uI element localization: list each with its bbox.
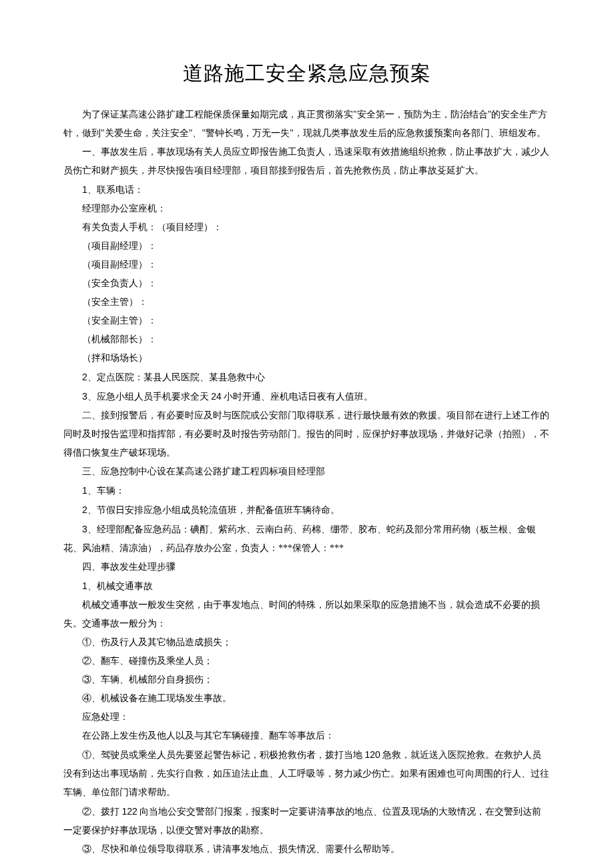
num-3: 3 (82, 391, 87, 402)
classification-1: ①、伤及行人及其它物品造成损失； (63, 633, 551, 652)
s4-item-1-text: 、机械交通事故 (87, 581, 153, 591)
classification-4: ④、机械设备在施工现场发生事故。 (63, 689, 551, 708)
section-3-item-2: 2、节假日安排应急小组成员轮流值班，并配备值班车辆待命。 (63, 500, 551, 520)
section-4-item-1: 1、机械交通事故 (63, 576, 551, 596)
contact-deputy-1: （项目副经理）： (63, 237, 551, 256)
contact-office: 经理部办公室座机： (63, 199, 551, 218)
response-heading: 应急处理： (63, 708, 551, 727)
num-s3-2: 2 (82, 504, 87, 515)
response-intro: 在公路上发生伤及他人以及与其它车辆碰撞、翻车等事故后： (63, 727, 551, 745)
num-24: 24 (211, 391, 222, 402)
section-1-item-2: 2、定点医院：某县人民医院、某县急救中心 (63, 368, 551, 387)
num-122: 122 (122, 806, 137, 817)
section-3-heading: 三、应急控制中心设在某高速公路扩建工程四标项目经理部 (63, 462, 551, 481)
r2-a: ②、拨打 (82, 807, 122, 817)
contact-mix-head: （拌和场场长） (63, 349, 551, 368)
item-2-text: 、定点医院：某县人民医院、某县急救中心 (87, 372, 265, 382)
classification-2: ②、翻车、碰撞伤及乘坐人员； (63, 652, 551, 671)
section-1-item-3: 3、应急小组人员手机要求全天 24 小时开通、座机电话日夜有人值班。 (63, 387, 551, 406)
section-3-item-3: 3、经理部配备应急药品：碘酊、紫药水、云南白药、药棉、绷带、胶布、蛇药及部分常用… (63, 520, 551, 558)
contact-safety-lead: （安全负责人）： (63, 274, 551, 293)
section-1-heading: 一、事故发生后，事故现场有关人员应立即报告施工负责人，迅速采取有效措施组织抢救，… (63, 143, 551, 180)
section-2: 二、接到报警后，有必要时应及时与医院或公安部门取得联系，进行最快最有效的救援。项… (63, 406, 551, 462)
section-4-desc: 机械交通事故一般发生突然，由于事发地点、时间的特殊，所以如果采取的应急措施不当，… (63, 596, 551, 633)
num-1: 1 (82, 184, 87, 195)
num-s4-1: 1 (82, 580, 87, 591)
section-4-heading: 四、事故发生处理步骤 (63, 558, 551, 576)
contact-deputy-2: （项目副经理）： (63, 256, 551, 274)
num-s3-1: 1 (82, 485, 87, 496)
num-120: 120 (365, 749, 380, 760)
num-2: 2 (82, 372, 87, 382)
s3-item-3-text: 、经理部配备应急药品：碘酊、紫药水、云南白药、药棉、绷带、胶布、蛇药及部分常用药… (63, 524, 536, 553)
r1-a: ①、驾驶员或乘坐人员先要竖起警告标记，积极抢救伤者，拨打当地 (82, 750, 365, 760)
s3-item-2-text: 、节假日安排应急小组成员轮流值班，并配备值班车辆待命。 (87, 505, 340, 515)
item-3-text-a: 、应急小组人员手机要求全天 (87, 392, 212, 402)
page-title: 道路施工安全紧急应急预案 (63, 53, 551, 93)
section-3-item-1: 1、车辆： (63, 481, 551, 500)
contact-safety-deputy: （安全副主管）： (63, 312, 551, 330)
classification-3: ③、车辆、机械部分自身损伤； (63, 671, 551, 689)
contact-safety-mgr: （安全主管）： (63, 293, 551, 312)
item-3-text-b: 小时开通、座机电话日夜有人值班。 (222, 392, 374, 402)
section-1-item-1: 1、联系电话： (63, 180, 551, 199)
response-3: ③、尽快和单位领导取得联系，讲清事发地点、损失情况、需要什么帮助等。 (63, 840, 551, 859)
item-1-text: 、联系电话： (87, 185, 143, 195)
s3-item-1-text: 、车辆： (87, 486, 125, 496)
intro-paragraph: 为了保证某高速公路扩建工程能保质保量如期完成，真正贯彻落实"安全第一，预防为主，… (63, 105, 551, 143)
response-2: ②、拨打 122 向当地公安交警部门报案，报案时一定要讲清事故的地点、位置及现场… (63, 802, 551, 840)
response-1: ①、驾驶员或乘坐人员先要竖起警告标记，积极抢救伤者，拨打当地 120 急救，就近… (63, 745, 551, 802)
contact-mech-head: （机械部部长）： (63, 330, 551, 349)
num-s3-3: 3 (82, 524, 87, 534)
contact-pm: 有关负责人手机：（项目经理）： (63, 218, 551, 237)
